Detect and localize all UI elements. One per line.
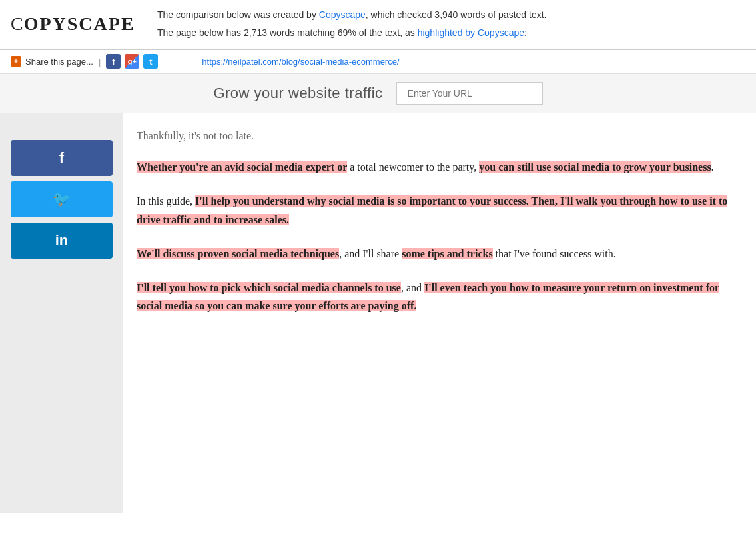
matched-url[interactable]: https://neilpatel.com/blog/social-media-… [202, 57, 399, 67]
header-line2: The page below has 2,713 words matching … [157, 26, 745, 40]
share-bar: + Share this page... | f g+ t https://ne… [0, 50, 756, 74]
paragraph-3: We'll discuss proven social media techni… [137, 245, 736, 263]
header: COPYSCAPE The comparison below was creat… [0, 0, 756, 50]
linkedin-icon: in [55, 232, 69, 249]
facebook-button[interactable]: f [11, 140, 113, 176]
copyscape-link2[interactable]: highlighted by Copyscape [418, 27, 524, 38]
para4-normal: , and [401, 282, 424, 293]
intro-text: Thankfully, it's not too late. [137, 127, 736, 145]
para3-highlight2: some tips and tricks [402, 248, 492, 259]
traffic-bar: Grow your website traffic [0, 74, 756, 113]
paragraph-4: I'll tell you how to pick which social m… [137, 279, 736, 315]
facebook-icon: f [59, 149, 64, 167]
para2-prefix: In this guide, [137, 195, 195, 207]
social-sidebar: f 🐦 in [0, 113, 123, 513]
traffic-label: Grow your website traffic [213, 85, 382, 102]
copyscape-link1[interactable]: Copyscape [319, 9, 366, 20]
article-content: Thankfully, it's not too late. Whether y… [123, 113, 756, 513]
share-divider: | [99, 57, 101, 67]
header-info: The comparison below was created by Copy… [157, 8, 745, 44]
main-content: f 🐦 in Thankfully, it's not too late. Wh… [0, 113, 756, 513]
linkedin-button[interactable]: in [11, 223, 113, 259]
para3-normal1: , and I'll share [339, 248, 402, 259]
para3-highlight1: We'll discuss proven social media techni… [137, 248, 339, 259]
url-input[interactable] [396, 82, 543, 105]
para1-highlight2: you can still use social media to grow y… [479, 161, 711, 173]
paragraph-1: Whether you're an avid social media expe… [137, 158, 736, 176]
twitter-icon: 🐦 [53, 191, 71, 208]
para1-normal: a total newcomer to the party, [347, 161, 479, 173]
para2-bold: I'll help you understand why social medi… [137, 195, 727, 225]
para4-highlight1: I'll tell you how to pick which social m… [137, 282, 401, 293]
logo: COPYSCAPE [11, 8, 144, 36]
header-line1: The comparison below was created by Copy… [157, 8, 745, 22]
twitter-button[interactable]: 🐦 [11, 181, 113, 217]
para1-highlight1: Whether you're an avid social media expe… [137, 161, 347, 173]
googleplus-share-icon[interactable]: g+ [125, 54, 139, 69]
share-text[interactable]: Share this page... [25, 57, 93, 67]
share-plus-icon[interactable]: + [11, 56, 21, 67]
twitter-share-icon[interactable]: t [143, 54, 158, 69]
logo-area: COPYSCAPE [11, 8, 144, 36]
para3-normal2: that I've found success with. [493, 248, 616, 259]
facebook-share-icon[interactable]: f [106, 54, 121, 69]
paragraph-2: In this guide, I'll help you understand … [137, 192, 736, 228]
para1-end: . [711, 161, 714, 173]
